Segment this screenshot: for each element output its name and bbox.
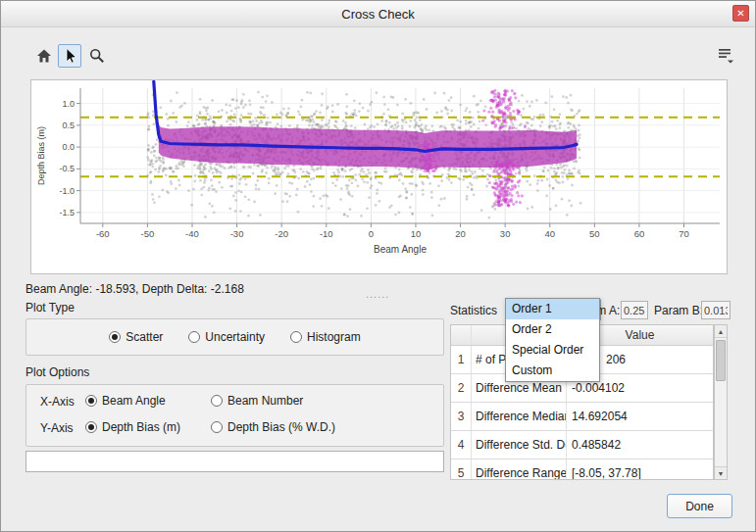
popup-item-order-2[interactable]: Order 2: [506, 319, 599, 340]
zoom-tool-button[interactable]: [85, 44, 109, 68]
radio-histogram[interactable]: Histogram: [290, 330, 361, 344]
popup-item-order-1[interactable]: Order 1: [506, 299, 599, 319]
svg-text:-20: -20: [275, 228, 288, 239]
svg-text:Beam Angle: Beam Angle: [374, 244, 427, 255]
svg-text:70: 70: [679, 228, 689, 239]
close-icon[interactable]: ✕: [732, 5, 749, 22]
svg-text:10: 10: [411, 228, 422, 239]
row-index: 5: [451, 466, 471, 480]
plot-type-group: Scatter Uncertainty Histogram: [25, 318, 444, 356]
home-icon: [35, 47, 53, 65]
pointer-icon: [61, 47, 78, 65]
svg-text:-30: -30: [230, 228, 244, 239]
svg-text:-1.0: -1.0: [59, 186, 75, 196]
radio-scatter[interactable]: Scatter: [109, 330, 163, 344]
scroll-up-icon[interactable]: ▲: [715, 325, 727, 338]
pointer-tool-button[interactable]: [58, 44, 81, 68]
svg-text:1.0: 1.0: [62, 99, 75, 109]
svg-text:-60: -60: [96, 228, 110, 239]
home-button[interactable]: [32, 44, 56, 68]
done-button[interactable]: Done: [667, 494, 732, 518]
svg-text:60: 60: [634, 228, 645, 239]
radio-beam-number-label: Beam Number: [227, 394, 303, 408]
plot-menu-button[interactable]: [713, 44, 738, 68]
radio-beam-number[interactable]: Beam Number: [211, 394, 303, 408]
param-a-field[interactable]: [621, 301, 648, 319]
radio-depth-bias-m[interactable]: Depth Bias (m): [85, 420, 180, 434]
radio-depth-bias-m-label: Depth Bias (m): [102, 420, 180, 434]
svg-text:0.5: 0.5: [62, 121, 75, 130]
statistics-order-popup: Order 1 Order 2 Special Order Custom: [505, 298, 600, 382]
svg-text:-10: -10: [320, 228, 333, 239]
svg-text:-40: -40: [185, 228, 199, 239]
titlebar[interactable]: Cross Check ✕: [1, 1, 755, 27]
radio-beam-angle-circle[interactable]: [85, 395, 97, 407]
row-value: 14.692054: [566, 403, 713, 430]
scrollbar-thumb[interactable]: [716, 340, 726, 381]
statistics-label: Statistics: [450, 304, 497, 317]
popup-item-custom[interactable]: Custom: [506, 361, 599, 381]
radio-uncertainty-label: Uncertainty: [205, 330, 265, 344]
table-row[interactable]: 5 Difference Range [-8.05, 37.78]: [451, 459, 713, 480]
radio-beam-number-circle[interactable]: [211, 395, 223, 407]
svg-text:0: 0: [369, 228, 374, 239]
row-name: Difference Range: [471, 459, 566, 480]
radio-uncertainty-circle[interactable]: [188, 331, 200, 343]
row-index: 1: [451, 353, 471, 366]
svg-text:20: 20: [455, 228, 466, 239]
radio-scatter-label: Scatter: [126, 330, 163, 344]
cursor-readout: Beam Angle: -18.593, Depth Delta: -2.168: [25, 282, 244, 296]
svg-text:-1.5: -1.5: [59, 208, 75, 218]
radio-uncertainty[interactable]: Uncertainty: [188, 330, 265, 344]
popup-item-special-order[interactable]: Special Order: [506, 340, 599, 361]
row-index: 4: [451, 438, 471, 452]
splitter-grip[interactable]: ......: [366, 288, 389, 300]
svg-text:50: 50: [589, 228, 600, 239]
table-row[interactable]: 3 Difference Median 14.692054: [451, 403, 713, 431]
radio-depth-bias-pct-label: Depth Bias (% W.D.): [227, 420, 335, 434]
plot-canvas[interactable]: -60-50-40-30-20-100102030405060701.00.50…: [31, 80, 727, 276]
plot-menu-icon: [716, 46, 735, 66]
zoom-icon: [88, 47, 106, 65]
text-input[interactable]: [25, 451, 444, 472]
radio-scatter-circle[interactable]: [109, 331, 121, 343]
svg-text:-50: -50: [141, 228, 155, 239]
row-index: 3: [451, 410, 471, 423]
radio-depth-bias-m-circle[interactable]: [85, 421, 97, 433]
plot-options-label: Plot Options: [25, 365, 89, 379]
cross-check-dialog: Cross Check ✕ -60-50-40-30-20-1001020304…: [0, 0, 756, 532]
param-b-field[interactable]: [701, 301, 731, 319]
crosscheck-plot[interactable]: -60-50-40-30-20-100102030405060701.00.50…: [30, 79, 728, 274]
radio-beam-angle[interactable]: Beam Angle: [85, 394, 166, 408]
svg-text:0.0: 0.0: [62, 142, 75, 152]
radio-histogram-circle[interactable]: [290, 331, 302, 343]
radio-depth-bias-pct[interactable]: Depth Bias (% W.D.): [211, 420, 335, 434]
param-b-label: Param B:: [654, 304, 703, 317]
svg-text:40: 40: [544, 228, 555, 239]
svg-text:30: 30: [500, 228, 511, 239]
svg-text:Depth Bias (m): Depth Bias (m): [36, 126, 46, 185]
row-index: 2: [451, 381, 471, 395]
x-axis-label: X-Axis: [40, 395, 75, 409]
plot-options-group: X-Axis Beam Angle Beam Number Y-Axis Dep…: [25, 384, 444, 447]
svg-text:-0.5: -0.5: [59, 164, 75, 173]
row-name: Difference Std. Dev: [471, 431, 566, 459]
header-index: [451, 325, 471, 345]
plot-type-label: Plot Type: [25, 301, 75, 314]
radio-histogram-label: Histogram: [307, 330, 361, 344]
row-value: 0.485842: [566, 431, 713, 459]
y-axis-label: Y-Axis: [40, 421, 74, 435]
table-scrollbar[interactable]: ▲ ▼: [714, 324, 728, 480]
radio-depth-bias-pct-circle[interactable]: [211, 421, 223, 433]
row-name: Difference Median: [471, 403, 566, 430]
table-row[interactable]: 4 Difference Std. Dev 0.485842: [451, 431, 713, 459]
scroll-down-icon[interactable]: ▼: [715, 466, 727, 479]
radio-beam-angle-label: Beam Angle: [102, 394, 166, 408]
row-value: [-8.05, 37.78]: [566, 459, 713, 480]
dialog-title: Cross Check: [1, 1, 755, 27]
